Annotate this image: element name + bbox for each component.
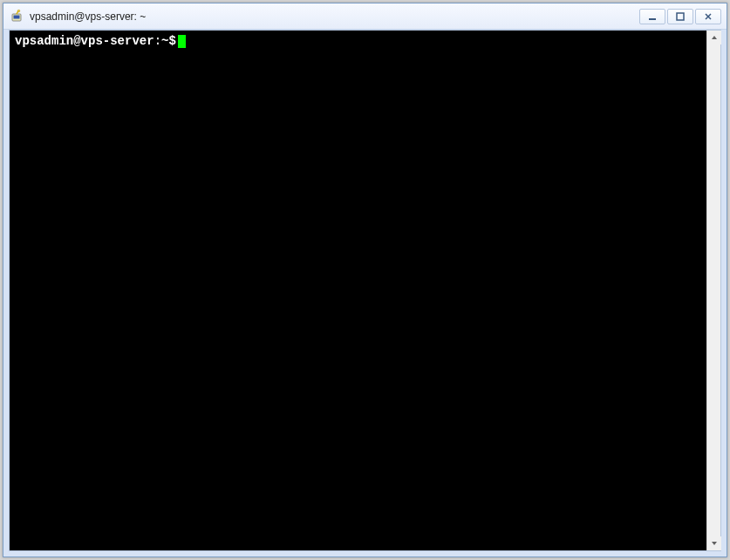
window-content: vpsadmin@vps-server:~$ bbox=[9, 30, 721, 551]
terminal-cursor bbox=[178, 35, 186, 48]
prompt-line: vpsadmin@vps-server:~$ bbox=[15, 34, 176, 48]
close-button[interactable] bbox=[695, 9, 721, 24]
titlebar[interactable]: vpsadmin@vps-server: ~ bbox=[3, 3, 727, 30]
minimize-button[interactable] bbox=[639, 9, 665, 24]
svg-rect-5 bbox=[677, 13, 684, 20]
svg-rect-4 bbox=[649, 18, 656, 20]
prompt-separator: : bbox=[154, 34, 161, 48]
prompt-symbol: $ bbox=[168, 34, 175, 48]
window-title: vpsadmin@vps-server: ~ bbox=[30, 10, 638, 23]
putty-window: vpsadmin@vps-server: ~ vpsadmin@vps-serv… bbox=[3, 3, 727, 557]
vertical-scrollbar[interactable] bbox=[706, 31, 720, 550]
terminal-viewport[interactable]: vpsadmin@vps-server:~$ bbox=[10, 31, 706, 550]
prompt-user-host: vpsadmin@vps-server bbox=[15, 34, 154, 48]
putty-icon bbox=[10, 10, 24, 24]
scroll-track[interactable] bbox=[707, 44, 720, 536]
svg-rect-1 bbox=[14, 15, 20, 18]
scroll-down-arrow-icon[interactable] bbox=[707, 536, 721, 550]
scroll-up-arrow-icon[interactable] bbox=[707, 31, 721, 44]
svg-point-3 bbox=[17, 10, 19, 11]
window-controls bbox=[638, 9, 721, 24]
maximize-button[interactable] bbox=[667, 9, 693, 24]
